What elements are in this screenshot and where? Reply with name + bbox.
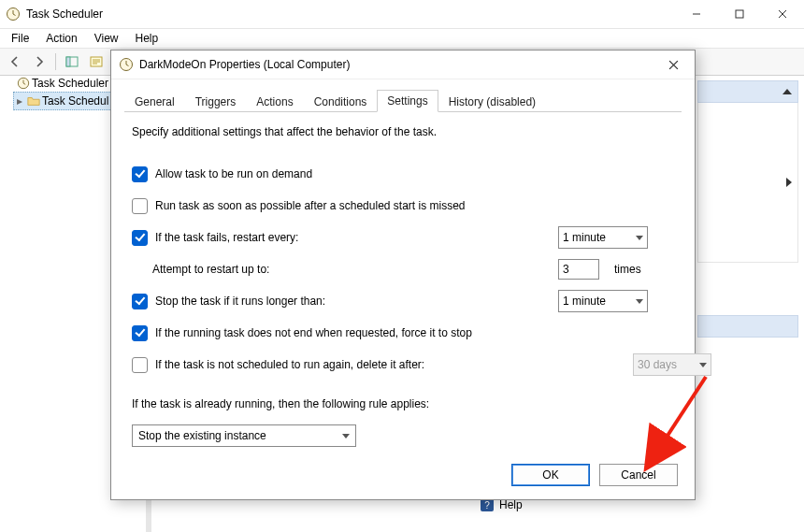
dialog-titlebar[interactable]: DarkModeOn Properties (Local Computer): [111, 50, 695, 79]
menu-view[interactable]: View: [87, 30, 126, 47]
label-times: times: [614, 263, 641, 276]
menu-help[interactable]: Help: [128, 30, 166, 47]
combo-restart-interval-value: 1 minute: [563, 231, 632, 244]
tab-conditions[interactable]: Conditions: [304, 91, 378, 112]
toolbar-properties-button[interactable]: [85, 50, 108, 73]
dialog-tabs: General Triggers Actions Conditions Sett…: [124, 89, 682, 112]
label-delete-after: If the task is not scheduled to run agai…: [155, 358, 424, 371]
expand-icon[interactable]: ▸: [14, 94, 25, 108]
tab-history[interactable]: History (disabled): [438, 91, 546, 112]
maximize-button[interactable]: [718, 0, 761, 28]
combo-delete-after: 30 days: [633, 353, 711, 376]
combo-stop-longer[interactable]: 1 minute: [558, 290, 648, 312]
checkbox-delete-after[interactable]: [132, 357, 148, 373]
actions-pane-header-2[interactable]: [697, 315, 798, 338]
app-clock-icon: [6, 7, 21, 22]
settings-body: Specify additional settings that affect …: [111, 112, 695, 447]
label-allow-demand: Allow task to be run on demand: [155, 167, 312, 180]
checkbox-force-stop[interactable]: [132, 325, 148, 341]
label-running-rule: If the task is already running, then the…: [132, 397, 429, 410]
combo-running-rule-value: Stop the existing instance: [138, 429, 342, 442]
chevron-down-icon: [342, 434, 350, 439]
actions-pane-body: [697, 103, 798, 263]
input-attempt-count[interactable]: 3: [558, 259, 599, 280]
dialog-title: DarkModeOn Properties (Local Computer): [139, 58, 659, 71]
combo-running-rule[interactable]: Stop the existing instance: [132, 424, 356, 447]
settings-note: Specify additional settings that affect …: [132, 125, 674, 138]
combo-restart-interval[interactable]: 1 minute: [558, 226, 648, 249]
toolbar-forward-button[interactable]: [28, 50, 50, 73]
caret-up-icon: [782, 89, 792, 94]
svg-rect-1: [736, 10, 743, 18]
label-stop-longer: Stop the task if it runs longer than:: [155, 295, 325, 308]
actions-pane-header[interactable]: [697, 80, 798, 103]
label-force-stop: If the running task does not end when re…: [155, 326, 472, 339]
toolbar-show-hide-tree-button[interactable]: [61, 50, 83, 73]
label-restart-every: If the task fails, restart every:: [155, 231, 298, 244]
close-window-button[interactable]: [761, 0, 804, 28]
checkbox-stop-longer[interactable]: [132, 294, 148, 309]
label-attempt-up-to: Attempt to restart up to:: [152, 263, 269, 276]
tab-actions[interactable]: Actions: [246, 91, 303, 112]
checkbox-run-asap[interactable]: [132, 198, 148, 214]
svg-rect-3: [66, 57, 70, 66]
dialog-close-button[interactable]: [659, 50, 687, 79]
toolbar-separator: [55, 53, 56, 70]
titlebar: Task Scheduler: [0, 0, 804, 29]
ok-button[interactable]: OK: [511, 464, 590, 486]
help-item[interactable]: ? Help: [481, 498, 523, 511]
caret-right-icon[interactable]: [786, 178, 792, 187]
label-run-asap: Run task as soon as possible after a sch…: [155, 199, 466, 212]
combo-stop-longer-value: 1 minute: [563, 295, 632, 308]
cancel-button[interactable]: Cancel: [599, 464, 678, 486]
minimize-button[interactable]: [675, 0, 718, 28]
help-icon: ?: [481, 498, 494, 511]
clock-icon: [17, 77, 30, 90]
properties-dialog: DarkModeOn Properties (Local Computer) G…: [110, 50, 696, 500]
help-label: Help: [499, 498, 523, 511]
tab-settings[interactable]: Settings: [377, 90, 438, 112]
chevron-down-icon: [636, 236, 643, 240]
folder-icon: [27, 94, 40, 108]
combo-delete-after-value: 30 days: [638, 358, 696, 371]
menu-action[interactable]: Action: [38, 30, 84, 47]
chevron-down-icon: [636, 299, 643, 304]
checkbox-allow-demand[interactable]: [132, 166, 148, 182]
app-title: Task Scheduler: [26, 7, 675, 21]
toolbar-back-button[interactable]: [4, 50, 26, 73]
menu-file[interactable]: File: [4, 30, 36, 47]
tree-root-label: Task Scheduler (L: [32, 77, 122, 90]
tab-triggers[interactable]: Triggers: [185, 91, 247, 112]
menubar: File Action View Help: [0, 29, 804, 49]
tree-item-label: Task Schedul: [42, 94, 108, 108]
actions-pane: [697, 80, 798, 338]
checkbox-restart-every[interactable]: [132, 230, 148, 246]
tab-general[interactable]: General: [124, 91, 185, 112]
chevron-down-icon: [699, 363, 707, 367]
clock-icon: [119, 57, 134, 72]
